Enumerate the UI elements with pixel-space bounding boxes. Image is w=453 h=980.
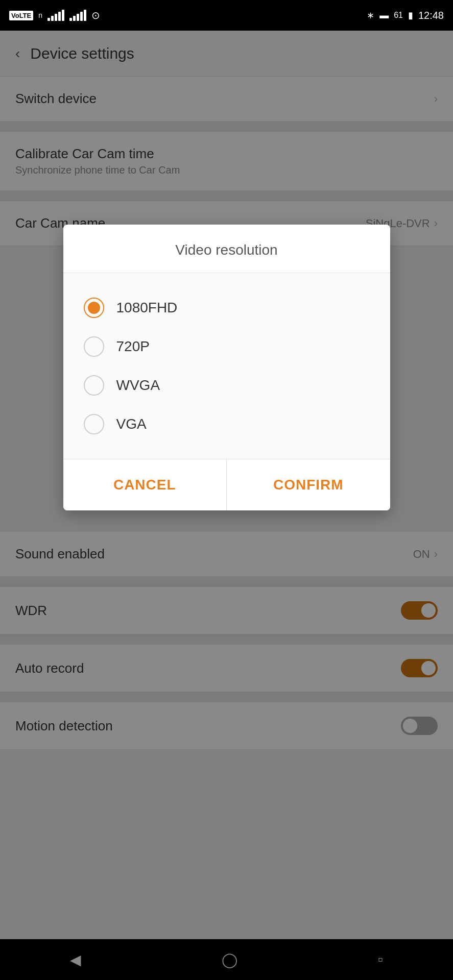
option-wvga[interactable]: WVGA: [84, 366, 370, 405]
cancel-button[interactable]: CANCEL: [63, 459, 227, 510]
label-1080fhd: 1080FHD: [116, 300, 178, 316]
confirm-button[interactable]: CONFIRM: [227, 459, 390, 510]
wifi-icon: ⊙: [91, 9, 100, 21]
label-vga: VGA: [116, 416, 147, 432]
bluetooth-icon: ∗: [367, 10, 374, 21]
label-720p: 720P: [116, 338, 150, 355]
video-resolution-dialog: Video resolution 1080FHD 720P WVGA: [63, 225, 390, 510]
bottom-nav-bar: ◀ ◯ ▫: [0, 939, 453, 980]
clock: 12:48: [418, 10, 444, 21]
modal-overlay: Video resolution 1080FHD 720P WVGA: [0, 31, 453, 980]
status-bar: VoLTE n ⊙ ∗ ▬ 61 ▮ 12:48: [0, 0, 453, 31]
option-720p[interactable]: 720P: [84, 327, 370, 366]
label-wvga: WVGA: [116, 377, 160, 394]
radio-wvga: [84, 375, 104, 396]
radio-vga: [84, 414, 104, 434]
battery-level: 61: [394, 11, 403, 20]
radio-inner-1080fhd: [88, 302, 100, 314]
vibrate-icon: ▬: [379, 10, 389, 21]
radio-1080fhd: [84, 298, 104, 318]
signal-bars-2: [69, 10, 86, 21]
radio-720p: [84, 336, 104, 357]
option-1080fhd[interactable]: 1080FHD: [84, 288, 370, 327]
dialog-body: 1080FHD 720P WVGA VGA: [63, 273, 390, 459]
notification-icon: n: [38, 11, 42, 19]
signal-bars-1: [47, 10, 64, 21]
nav-back-icon[interactable]: ◀: [70, 951, 81, 968]
nav-home-icon[interactable]: ◯: [222, 951, 237, 968]
status-left-icons: VoLTE n ⊙: [9, 9, 100, 21]
volte-badge: VoLTE: [9, 11, 33, 20]
nav-recents-icon[interactable]: ▫: [378, 951, 383, 968]
dialog-actions: CANCEL CONFIRM: [63, 459, 390, 510]
battery-icon: ▮: [408, 10, 413, 21]
status-right-icons: ∗ ▬ 61 ▮ 12:48: [367, 10, 444, 21]
dialog-title: Video resolution: [63, 225, 390, 273]
option-vga[interactable]: VGA: [84, 405, 370, 444]
